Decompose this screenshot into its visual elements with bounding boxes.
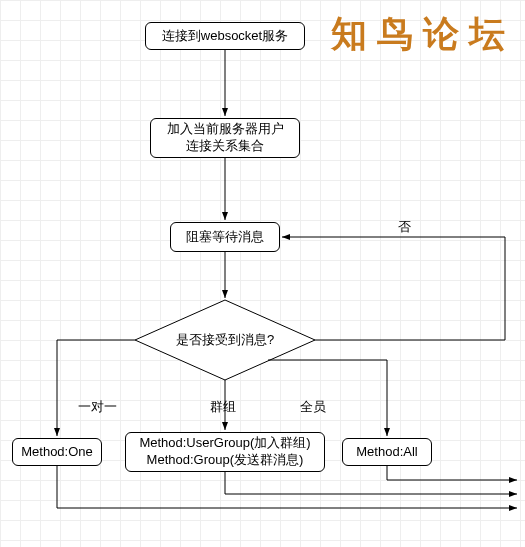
label-group: 群组 xyxy=(210,398,236,416)
decision-text: 是否接受到消息? xyxy=(135,300,315,380)
node-connect-websocket: 连接到websocket服务 xyxy=(145,22,305,50)
node-join-collection: 加入当前服务器用户 连接关系集合 xyxy=(150,118,300,158)
node-method-group: Method:UserGroup(加入群组) Method:Group(发送群消… xyxy=(125,432,325,472)
node-wait-message: 阻塞等待消息 xyxy=(170,222,280,252)
flowchart-canvas: 知鸟论坛 连接到websocket服务 加入当前服务器用户 连接关系集合 阻塞等… xyxy=(0,0,525,547)
node-method-one: Method:One xyxy=(12,438,102,466)
node-method-all: Method:All xyxy=(342,438,432,466)
node-decision-received: 是否接受到消息? xyxy=(135,300,315,380)
label-all: 全员 xyxy=(300,398,326,416)
watermark-logo: 知鸟论坛 xyxy=(331,10,515,59)
label-no: 否 xyxy=(398,218,411,236)
label-one-to-one: 一对一 xyxy=(78,398,117,416)
